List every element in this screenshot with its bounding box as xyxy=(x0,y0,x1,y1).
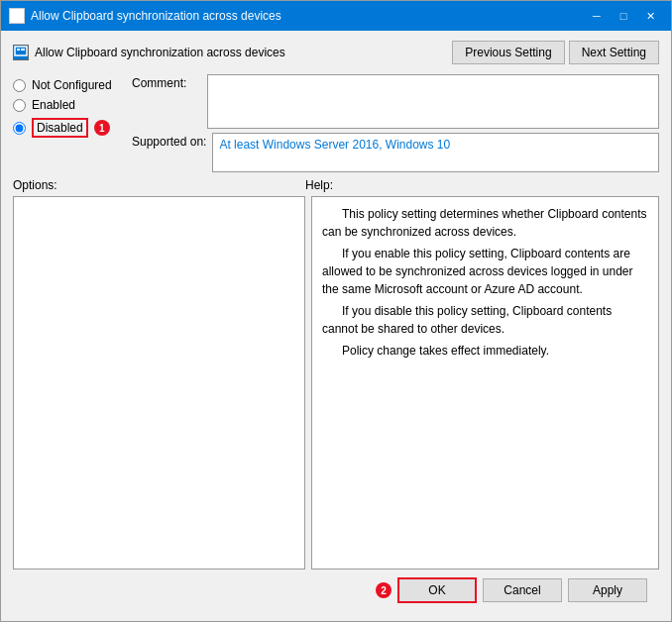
radio-section: Not Configured Enabled Disabled 1 xyxy=(13,74,122,172)
main-content: Not Configured Enabled Disabled 1 xyxy=(13,74,659,570)
title-bar-left: Allow Clipboard synchronization across d… xyxy=(9,8,281,24)
apply-button[interactable]: Apply xyxy=(568,578,647,602)
enabled-option[interactable]: Enabled xyxy=(13,98,122,112)
disabled-option[interactable]: Disabled xyxy=(13,118,88,138)
help-text-1: This policy setting determines whether C… xyxy=(322,205,648,241)
not-configured-label: Not Configured xyxy=(32,78,112,92)
comment-label: Comment: xyxy=(132,74,201,90)
badge-1: 1 xyxy=(94,120,110,136)
supported-value: At least Windows Server 2016, Windows 10 xyxy=(212,133,659,172)
title-controls: ─ □ ✕ xyxy=(584,6,663,26)
supported-row: Supported on: At least Windows Server 20… xyxy=(132,133,659,172)
right-section: Comment: Supported on: At least Windows … xyxy=(132,74,659,172)
badge-2: 2 xyxy=(376,582,392,598)
ok-button[interactable]: OK xyxy=(397,577,477,603)
help-text-2: If you enable this policy setting, Clipb… xyxy=(322,245,648,298)
content-area: Allow Clipboard synchronization across d… xyxy=(1,31,671,621)
cancel-button[interactable]: Cancel xyxy=(483,578,562,602)
panels-header: Options: Help: xyxy=(13,178,659,192)
header-buttons: Previous Setting Next Setting xyxy=(452,41,659,64)
next-setting-button[interactable]: Next Setting xyxy=(569,41,659,64)
window-title: Allow Clipboard synchronization across d… xyxy=(31,9,281,23)
header-title: Allow Clipboard synchronization across d… xyxy=(13,45,285,60)
window-icon xyxy=(9,8,25,24)
svg-rect-1 xyxy=(13,12,17,15)
options-label: Options: xyxy=(13,178,305,192)
policy-icon xyxy=(13,45,29,60)
enabled-label: Enabled xyxy=(32,98,75,112)
close-button[interactable]: ✕ xyxy=(637,6,663,26)
svg-rect-4 xyxy=(17,49,20,51)
help-text-4: Policy change takes effect immediately. xyxy=(322,342,648,360)
previous-setting-button[interactable]: Previous Setting xyxy=(452,41,564,64)
top-section: Not Configured Enabled Disabled 1 xyxy=(13,74,659,172)
comment-input[interactable] xyxy=(207,74,659,129)
disabled-row: Disabled 1 xyxy=(13,118,122,138)
help-label: Help: xyxy=(305,178,333,192)
svg-rect-3 xyxy=(15,47,27,55)
options-panel xyxy=(13,196,305,570)
panels-container: This policy setting determines whether C… xyxy=(13,196,659,570)
help-panel: This policy setting determines whether C… xyxy=(311,196,659,570)
svg-rect-2 xyxy=(18,12,21,15)
main-window: Allow Clipboard synchronization across d… xyxy=(0,0,672,622)
supported-label: Supported on: xyxy=(132,133,206,149)
help-text-3: If you disable this policy setting, Clip… xyxy=(322,302,648,338)
dialog-title: Allow Clipboard synchronization across d… xyxy=(35,46,285,59)
svg-rect-5 xyxy=(21,49,25,51)
maximize-button[interactable]: □ xyxy=(611,6,636,26)
not-configured-radio[interactable] xyxy=(13,79,26,92)
minimize-button[interactable]: ─ xyxy=(584,6,610,26)
bottom-bar: 2 OK Cancel Apply xyxy=(13,570,659,611)
enabled-radio[interactable] xyxy=(13,99,26,112)
comment-row: Comment: xyxy=(132,74,659,129)
not-configured-option[interactable]: Not Configured xyxy=(13,78,122,92)
title-bar: Allow Clipboard synchronization across d… xyxy=(1,1,671,31)
disabled-label: Disabled xyxy=(32,118,88,138)
disabled-radio[interactable] xyxy=(13,122,26,135)
header-row: Allow Clipboard synchronization across d… xyxy=(13,41,659,64)
